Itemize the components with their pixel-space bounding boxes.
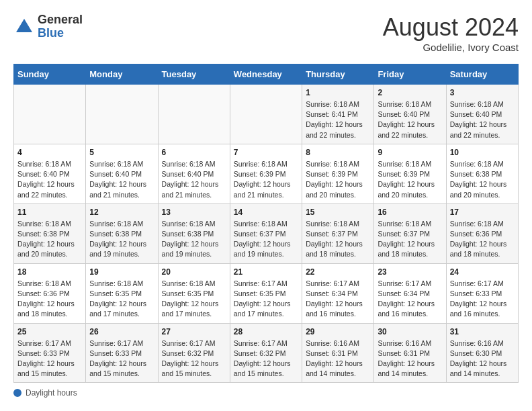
day-info: Sunrise: 6:18 AMSunset: 6:38 PMDaylight:… xyxy=(162,219,226,260)
calendar-cell xyxy=(14,85,86,144)
day-info: Sunrise: 6:16 AMSunset: 6:31 PMDaylight:… xyxy=(378,338,442,379)
day-info: Sunrise: 6:18 AMSunset: 6:37 PMDaylight:… xyxy=(306,219,370,260)
weekday-header-tuesday: Tuesday xyxy=(158,64,230,85)
day-number: 28 xyxy=(234,327,298,336)
day-info: Sunrise: 6:18 AMSunset: 6:35 PMDaylight:… xyxy=(89,279,154,320)
calendar-cell: 8Sunrise: 6:18 AMSunset: 6:39 PMDaylight… xyxy=(302,144,374,203)
calendar-header: SundayMondayTuesdayWednesdayThursdayFrid… xyxy=(14,64,519,85)
logo: General Blue xyxy=(13,13,83,40)
logo-blue: Blue xyxy=(38,26,64,40)
day-info: Sunrise: 6:18 AMSunset: 6:36 PMDaylight:… xyxy=(450,219,515,260)
calendar-week-row: 25Sunrise: 6:17 AMSunset: 6:33 PMDayligh… xyxy=(14,323,519,383)
title-block: August 2024 Godelilie, Ivory Coast xyxy=(383,13,519,53)
calendar-cell xyxy=(86,85,158,144)
day-number: 3 xyxy=(450,88,515,97)
calendar-cell: 21Sunrise: 6:17 AMSunset: 6:35 PMDayligh… xyxy=(230,263,302,323)
day-info: Sunrise: 6:18 AMSunset: 6:40 PMDaylight:… xyxy=(378,99,442,140)
day-number: 15 xyxy=(306,208,370,217)
day-number: 8 xyxy=(306,148,370,157)
month-year-title: August 2024 xyxy=(383,13,519,42)
day-number: 22 xyxy=(306,267,370,277)
footer-label: Daylight hours xyxy=(26,388,77,398)
logo-text: General Blue xyxy=(38,13,83,40)
calendar-week-row: 18Sunrise: 6:18 AMSunset: 6:36 PMDayligh… xyxy=(14,263,519,323)
svg-marker-0 xyxy=(16,19,32,32)
calendar-cell: 11Sunrise: 6:18 AMSunset: 6:38 PMDayligh… xyxy=(14,203,86,263)
logo-general: General xyxy=(38,13,83,26)
day-info: Sunrise: 6:18 AMSunset: 6:40 PMDaylight:… xyxy=(89,159,154,200)
calendar-cell: 26Sunrise: 6:17 AMSunset: 6:33 PMDayligh… xyxy=(86,323,158,383)
calendar-cell: 28Sunrise: 6:17 AMSunset: 6:32 PMDayligh… xyxy=(230,323,302,383)
day-number: 1 xyxy=(306,88,370,97)
day-info: Sunrise: 6:18 AMSunset: 6:40 PMDaylight:… xyxy=(17,159,82,200)
day-number: 30 xyxy=(378,327,442,336)
day-number: 9 xyxy=(378,148,442,157)
weekday-header-friday: Friday xyxy=(374,64,446,85)
day-number: 20 xyxy=(162,267,226,277)
day-number: 31 xyxy=(450,327,515,336)
day-info: Sunrise: 6:18 AMSunset: 6:36 PMDaylight:… xyxy=(17,279,82,320)
calendar-cell: 22Sunrise: 6:17 AMSunset: 6:34 PMDayligh… xyxy=(302,263,374,323)
day-info: Sunrise: 6:18 AMSunset: 6:39 PMDaylight:… xyxy=(306,159,370,200)
calendar-cell: 14Sunrise: 6:18 AMSunset: 6:37 PMDayligh… xyxy=(230,203,302,263)
day-number: 29 xyxy=(306,327,370,336)
calendar-cell: 17Sunrise: 6:18 AMSunset: 6:36 PMDayligh… xyxy=(446,203,518,263)
day-number: 12 xyxy=(89,208,154,217)
calendar-cell xyxy=(158,85,230,144)
day-number: 21 xyxy=(234,267,298,277)
weekday-header-thursday: Thursday xyxy=(302,64,374,85)
day-info: Sunrise: 6:17 AMSunset: 6:33 PMDaylight:… xyxy=(450,279,515,320)
day-number: 16 xyxy=(378,208,442,217)
calendar-table: SundayMondayTuesdayWednesdayThursdayFrid… xyxy=(13,64,519,383)
day-number: 26 xyxy=(89,327,154,336)
footer-dot-icon xyxy=(13,389,21,397)
day-info: Sunrise: 6:17 AMSunset: 6:33 PMDaylight:… xyxy=(17,338,82,379)
calendar-cell: 9Sunrise: 6:18 AMSunset: 6:39 PMDaylight… xyxy=(374,144,446,203)
day-number: 4 xyxy=(17,148,82,157)
day-number: 2 xyxy=(378,88,442,97)
calendar-cell: 20Sunrise: 6:18 AMSunset: 6:35 PMDayligh… xyxy=(158,263,230,323)
day-info: Sunrise: 6:17 AMSunset: 6:33 PMDaylight:… xyxy=(89,338,154,379)
weekday-header-sunday: Sunday xyxy=(14,64,86,85)
day-number: 18 xyxy=(17,267,82,277)
day-info: Sunrise: 6:18 AMSunset: 6:40 PMDaylight:… xyxy=(162,159,226,200)
day-info: Sunrise: 6:18 AMSunset: 6:38 PMDaylight:… xyxy=(89,219,154,260)
day-number: 25 xyxy=(17,327,82,336)
day-number: 5 xyxy=(89,148,154,157)
day-info: Sunrise: 6:16 AMSunset: 6:31 PMDaylight:… xyxy=(306,338,370,379)
calendar-cell xyxy=(230,85,302,144)
location-subtitle: Godelilie, Ivory Coast xyxy=(383,42,519,53)
calendar-cell: 24Sunrise: 6:17 AMSunset: 6:33 PMDayligh… xyxy=(446,263,518,323)
day-info: Sunrise: 6:18 AMSunset: 6:38 PMDaylight:… xyxy=(450,159,515,200)
calendar-cell: 16Sunrise: 6:18 AMSunset: 6:37 PMDayligh… xyxy=(374,203,446,263)
calendar-cell: 3Sunrise: 6:18 AMSunset: 6:40 PMDaylight… xyxy=(446,85,518,144)
calendar-cell: 15Sunrise: 6:18 AMSunset: 6:37 PMDayligh… xyxy=(302,203,374,263)
calendar-cell: 12Sunrise: 6:18 AMSunset: 6:38 PMDayligh… xyxy=(86,203,158,263)
day-info: Sunrise: 6:18 AMSunset: 6:39 PMDaylight:… xyxy=(378,159,442,200)
calendar-week-row: 11Sunrise: 6:18 AMSunset: 6:38 PMDayligh… xyxy=(14,203,519,263)
day-number: 14 xyxy=(234,208,298,217)
calendar-body: 1Sunrise: 6:18 AMSunset: 6:41 PMDaylight… xyxy=(14,85,519,383)
weekday-header-wednesday: Wednesday xyxy=(230,64,302,85)
calendar-cell: 19Sunrise: 6:18 AMSunset: 6:35 PMDayligh… xyxy=(86,263,158,323)
calendar-cell: 13Sunrise: 6:18 AMSunset: 6:38 PMDayligh… xyxy=(158,203,230,263)
day-info: Sunrise: 6:18 AMSunset: 6:40 PMDaylight:… xyxy=(450,99,515,140)
calendar-cell: 6Sunrise: 6:18 AMSunset: 6:40 PMDaylight… xyxy=(158,144,230,203)
day-number: 10 xyxy=(450,148,515,157)
day-number: 24 xyxy=(450,267,515,277)
day-info: Sunrise: 6:18 AMSunset: 6:35 PMDaylight:… xyxy=(162,279,226,320)
generalblue-logo-icon xyxy=(13,16,35,38)
calendar-cell: 18Sunrise: 6:18 AMSunset: 6:36 PMDayligh… xyxy=(14,263,86,323)
calendar-week-row: 4Sunrise: 6:18 AMSunset: 6:40 PMDaylight… xyxy=(14,144,519,203)
day-info: Sunrise: 6:18 AMSunset: 6:39 PMDaylight:… xyxy=(234,159,298,200)
calendar-cell: 2Sunrise: 6:18 AMSunset: 6:40 PMDaylight… xyxy=(374,85,446,144)
day-number: 19 xyxy=(89,267,154,277)
calendar-cell: 25Sunrise: 6:17 AMSunset: 6:33 PMDayligh… xyxy=(14,323,86,383)
day-number: 7 xyxy=(234,148,298,157)
calendar-week-row: 1Sunrise: 6:18 AMSunset: 6:41 PMDaylight… xyxy=(14,85,519,144)
day-info: Sunrise: 6:17 AMSunset: 6:32 PMDaylight:… xyxy=(162,338,226,379)
calendar-cell: 31Sunrise: 6:16 AMSunset: 6:30 PMDayligh… xyxy=(446,323,518,383)
calendar-cell: 30Sunrise: 6:16 AMSunset: 6:31 PMDayligh… xyxy=(374,323,446,383)
day-info: Sunrise: 6:16 AMSunset: 6:30 PMDaylight:… xyxy=(450,338,515,379)
day-info: Sunrise: 6:18 AMSunset: 6:37 PMDaylight:… xyxy=(234,219,298,260)
